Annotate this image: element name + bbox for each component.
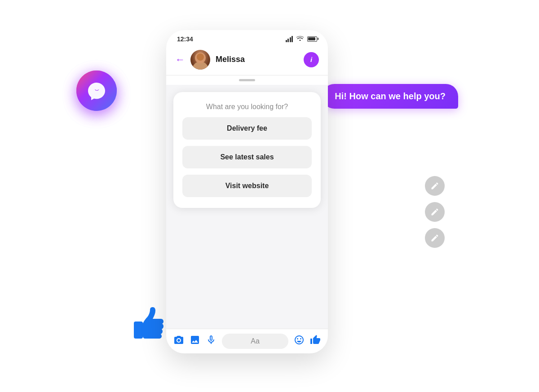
edit-button-3[interactable] [425, 228, 445, 248]
nav-bar: ← Melissa i [166, 46, 328, 75]
scroll-pill [239, 79, 255, 81]
quick-reply-card: What are you looking for? Delivery fee S… [173, 92, 321, 208]
info-button[interactable]: i [304, 52, 319, 67]
reply-button-delivery-fee[interactable]: Delivery fee [182, 117, 312, 140]
svg-point-3 [197, 53, 204, 61]
back-button[interactable]: ← [175, 54, 185, 66]
svg-rect-0 [134, 322, 143, 339]
wifi-icon [296, 35, 304, 42]
like-icon[interactable] [310, 335, 321, 348]
reply-button-visit-website[interactable]: Visit website [182, 175, 312, 197]
phone-mockup: 12:34 [166, 30, 328, 353]
edit-button-1[interactable] [425, 176, 445, 196]
reply-button-latest-sales[interactable]: See latest sales [182, 146, 312, 168]
edit-button-2[interactable] [425, 202, 445, 222]
status-time: 12:34 [177, 35, 193, 43]
message-input[interactable]: Aa [222, 334, 288, 349]
greeting-bubble: Hi! How can we help you? [322, 84, 458, 109]
nav-left: ← Melissa [175, 50, 245, 70]
status-icons [286, 35, 318, 42]
camera-icon[interactable] [173, 335, 184, 348]
status-bar: 12:34 [166, 30, 328, 46]
chat-area: What are you looking for? Delivery fee S… [166, 85, 328, 329]
contact-name: Melissa [216, 55, 245, 64]
card-question: What are you looking for? [206, 103, 288, 111]
image-icon[interactable] [190, 335, 200, 348]
avatar-image [190, 50, 210, 70]
avatar [190, 50, 210, 70]
bottom-toolbar: Aa [166, 329, 328, 353]
edit-buttons-container [425, 176, 445, 248]
emoji-icon[interactable] [294, 335, 305, 348]
scroll-indicator [166, 75, 328, 85]
greeting-text: Hi! How can we help you? [335, 91, 446, 101]
thumbs-up-icon [130, 303, 171, 349]
microphone-icon[interactable] [206, 335, 216, 348]
signal-icon [286, 36, 293, 42]
battery-icon [307, 36, 317, 42]
messenger-icon [76, 70, 117, 111]
scene: Hi! How can we help you? 12:34 [67, 17, 472, 376]
